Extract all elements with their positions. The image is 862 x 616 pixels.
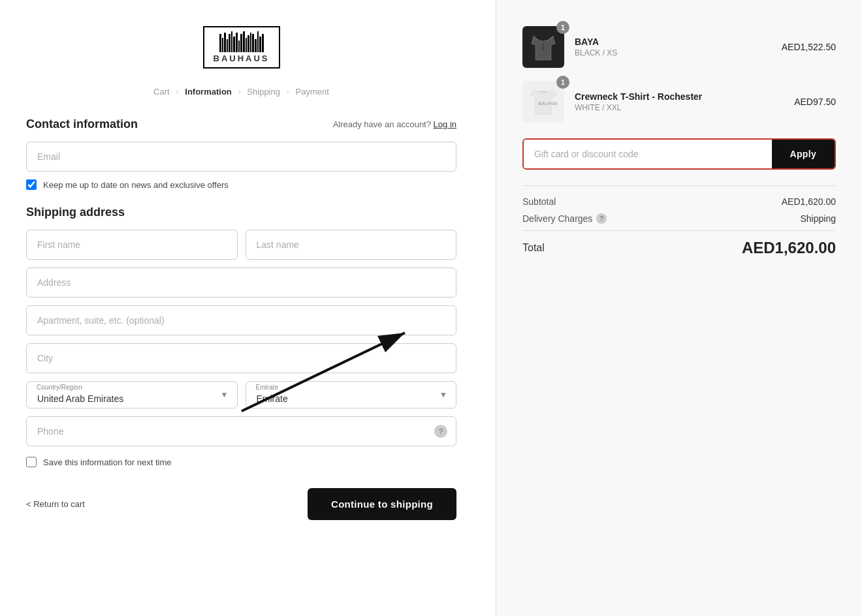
total-row: Total AED1,620.00 [522, 230, 836, 257]
delivery-label-wrapper: Delivery Charges ? [522, 213, 607, 224]
breadcrumb-sep2: › [238, 87, 240, 97]
emirate-wrapper: Emirate Emirate ▼ [246, 381, 457, 408]
item-2-details: Crewneck T-Shirt - Rochester WHITE / XXL [575, 91, 784, 112]
item-1-price: AED1,522.50 [782, 42, 836, 52]
delivery-value: Shipping [801, 213, 837, 224]
delivery-label: Delivery Charges [522, 213, 592, 224]
item-1-badge: 1 [556, 21, 569, 34]
item-2-variant: WHITE / XXL [575, 103, 784, 112]
item-1-name: BAYA [575, 37, 771, 47]
country-emirate-row: Country/Region United Arab Emirates ▼ Em… [26, 381, 456, 408]
address-field[interactable] [26, 268, 456, 298]
left-panel: BAUHAUS Cart › Information › Shipping › … [0, 0, 496, 616]
contact-title: Contact information [26, 117, 138, 131]
total-label: Total [522, 242, 545, 254]
email-field[interactable] [26, 142, 456, 172]
subtotal-label: Subtotal [522, 196, 556, 207]
order-summary: Subtotal AED1,620.00 Delivery Charges ? … [522, 185, 836, 257]
right-panel: 1 BAYA BLACK / XS AED1,522.50 BAUHAUS [496, 0, 862, 616]
first-name-field[interactable] [26, 230, 238, 260]
shipping-section: Shipping address Country/Region United A… [26, 206, 456, 446]
item-2-badge: 1 [556, 76, 569, 89]
discount-section: Apply [522, 138, 836, 170]
phone-group: ? [26, 416, 456, 446]
discount-input[interactable] [524, 140, 772, 168]
breadcrumb-cart[interactable]: Cart [153, 87, 170, 97]
log-in-link[interactable]: Log in [434, 119, 456, 129]
breadcrumb: Cart › Information › Shipping › Payment [26, 87, 456, 97]
breadcrumb-payment[interactable]: Payment [296, 87, 329, 97]
subtotal-value: AED1,620.00 [782, 196, 836, 207]
country-wrapper: Country/Region United Arab Emirates ▼ [26, 381, 238, 408]
country-select[interactable]: United Arab Emirates [26, 381, 238, 408]
cart-items: 1 BAYA BLACK / XS AED1,522.50 BAUHAUS [522, 26, 836, 123]
continue-to-shipping-button[interactable]: Continue to shipping [308, 488, 456, 520]
barcode-bars [214, 31, 270, 52]
item-2-price: AED97.50 [794, 97, 836, 107]
footer-actions: < Return to cart Continue to shipping [26, 488, 456, 520]
item-1-image [522, 26, 564, 68]
breadcrumb-sep3: › [287, 87, 289, 97]
city-field[interactable] [26, 343, 456, 373]
apt-field[interactable] [26, 305, 456, 335]
email-group [26, 142, 456, 172]
item-2-image: BAUHAUS [522, 81, 564, 123]
address-group [26, 268, 456, 298]
name-row [26, 230, 456, 260]
logo-container: BAUHAUS [26, 26, 456, 69]
last-name-field[interactable] [246, 230, 457, 260]
already-account-text: Already have an account? Log in [333, 119, 456, 129]
phone-help-icon[interactable]: ? [434, 425, 447, 438]
delivery-row: Delivery Charges ? Shipping [522, 213, 836, 224]
subtotal-row: Subtotal AED1,620.00 [522, 196, 836, 207]
save-info-label: Save this information for next time [43, 457, 172, 467]
save-info-row: Save this information for next time [26, 457, 456, 467]
cart-item-1: 1 BAYA BLACK / XS AED1,522.50 [522, 26, 836, 68]
return-to-cart-link[interactable]: < Return to cart [26, 499, 85, 509]
apt-group [26, 305, 456, 335]
save-info-checkbox[interactable] [26, 457, 37, 467]
apply-button[interactable]: Apply [772, 140, 835, 168]
logo: BAUHAUS [203, 26, 280, 69]
contact-section-header: Contact information Already have an acco… [26, 117, 456, 131]
item-1-details: BAYA BLACK / XS [575, 37, 771, 57]
cart-item-2: BAUHAUS 1 Crewneck T-Shirt - Rochester W… [522, 81, 836, 123]
emirate-select[interactable]: Emirate [246, 381, 457, 408]
phone-field[interactable] [26, 416, 456, 446]
breadcrumb-information[interactable]: Information [185, 87, 232, 97]
logo-text: BAUHAUS [214, 54, 270, 63]
total-value: AED1,620.00 [742, 239, 836, 257]
newsletter-row: Keep me up to date on news and exclusive… [26, 179, 456, 190]
item-2-name: Crewneck T-Shirt - Rochester [575, 91, 784, 102]
item-1-image-wrapper: 1 [522, 26, 564, 68]
delivery-help-icon[interactable]: ? [596, 213, 607, 224]
shipping-title: Shipping address [26, 206, 456, 219]
newsletter-checkbox[interactable] [26, 179, 37, 190]
breadcrumb-sep1: › [176, 87, 178, 97]
newsletter-label: Keep me up to date on news and exclusive… [43, 180, 229, 190]
item-2-image-wrapper: BAUHAUS 1 [522, 81, 564, 123]
svg-text:BAUHAUS: BAUHAUS [538, 100, 558, 106]
breadcrumb-shipping[interactable]: Shipping [247, 87, 280, 97]
city-group [26, 343, 456, 373]
item-1-variant: BLACK / XS [575, 48, 771, 57]
